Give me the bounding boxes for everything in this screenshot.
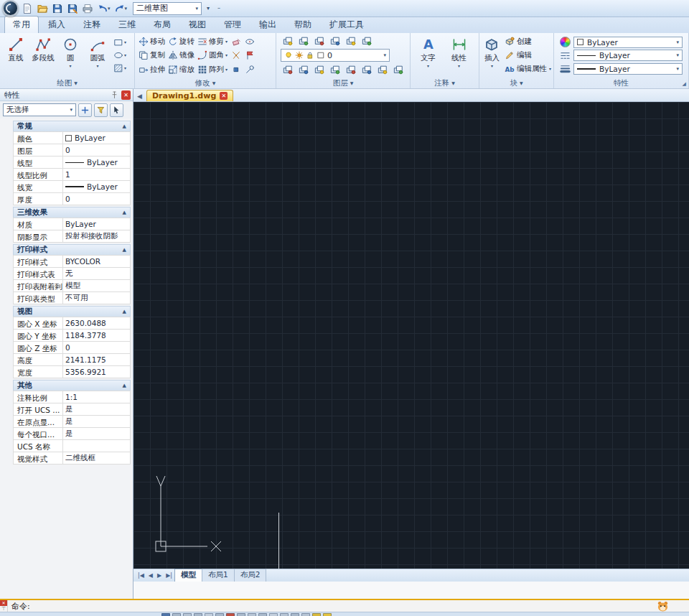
layer-tool-button[interactable] xyxy=(360,63,373,76)
ribbon-tab-3[interactable]: 三维 xyxy=(110,16,144,33)
status-icon[interactable] xyxy=(269,613,278,616)
status-icon[interactable] xyxy=(172,613,181,616)
tool-explode[interactable] xyxy=(229,49,243,62)
app-logo[interactable] xyxy=(2,0,19,17)
ribbon-tab-2[interactable]: 注释 xyxy=(75,16,109,33)
select-objects-button[interactable] xyxy=(110,103,123,117)
property-value[interactable]: 1184.3778 xyxy=(62,330,130,341)
panel-modify-label[interactable]: 修改▼ xyxy=(135,78,276,88)
print-button[interactable] xyxy=(81,1,94,16)
color-combo[interactable]: ByLayer▾ xyxy=(573,37,683,48)
property-value[interactable]: 1 xyxy=(62,169,130,180)
tool-text[interactable]: A文字▾ xyxy=(413,34,444,76)
document-tab[interactable]: Drawing1.dwg ✕ xyxy=(146,90,233,101)
tool-scale[interactable]: 缩放 xyxy=(167,63,196,76)
ribbon-minimize-button[interactable]: – xyxy=(215,5,223,11)
layer-dropdown[interactable]: 0 ▾ xyxy=(281,49,390,62)
status-icon[interactable] xyxy=(161,613,170,616)
undo-button[interactable]: ▾ xyxy=(96,1,111,16)
pin-icon[interactable] xyxy=(110,90,119,100)
quick-select-button[interactable] xyxy=(94,103,108,117)
palette-section-header[interactable]: 视图▲ xyxy=(13,306,131,317)
tool-dim[interactable]: 线性▾ xyxy=(444,34,474,76)
palette-close-button[interactable]: ✕ xyxy=(121,90,131,100)
ribbon-tab-7[interactable]: 输出 xyxy=(250,16,285,33)
property-value[interactable]: 不可用 xyxy=(62,292,130,304)
layout-tab-0[interactable]: 模型 xyxy=(174,569,202,582)
tool-fillet[interactable]: 圆角▾ xyxy=(196,49,229,62)
layer-tool-button[interactable] xyxy=(281,63,294,76)
tool-grip[interactable] xyxy=(229,63,243,76)
property-value[interactable]: ByLayer xyxy=(62,218,130,230)
palette-section-header[interactable]: 三维效果▲ xyxy=(13,207,131,218)
ribbon-tab-9[interactable]: 扩展工具 xyxy=(321,16,372,33)
qat-more-button[interactable]: ▾ xyxy=(204,5,212,11)
dialog-launcher-icon[interactable]: ◢ xyxy=(683,81,686,87)
status-icon[interactable] xyxy=(215,613,224,616)
tool-rect[interactable]: ▾ xyxy=(113,37,126,47)
tool-arc[interactable]: 圆弧▾ xyxy=(84,34,111,76)
property-value[interactable]: 1:1 xyxy=(62,391,130,403)
layer-tool-button[interactable] xyxy=(328,34,342,47)
tool-trim[interactable]: 修剪▾ xyxy=(196,35,229,48)
tool-stretch[interactable]: 拉伸 xyxy=(137,63,167,76)
first-layout-icon[interactable]: |◀ xyxy=(136,572,146,579)
redo-button[interactable]: ▾ xyxy=(113,1,128,16)
tool-mirror[interactable]: 镜像 xyxy=(167,49,196,62)
save-as-button[interactable] xyxy=(66,1,79,16)
tool-array[interactable]: 阵列▾ xyxy=(196,63,229,76)
tool-ellipse[interactable]: ▾ xyxy=(113,50,126,60)
tool-copy[interactable]: 复制 xyxy=(137,49,167,62)
drawing-canvas[interactable] xyxy=(133,102,689,569)
property-value[interactable]: BYCOLOR xyxy=(62,256,130,267)
panel-block-label[interactable]: 块▼ xyxy=(479,78,553,88)
property-value[interactable]: 是 xyxy=(62,403,130,415)
property-value[interactable] xyxy=(62,440,130,452)
command-window[interactable]: ✕ ⊤ 命令: xyxy=(0,599,689,612)
tool-insert-block[interactable]: 插入 ▾ xyxy=(482,34,502,76)
status-icon[interactable] xyxy=(291,613,299,616)
layer-tool-button[interactable] xyxy=(360,34,373,47)
property-value[interactable]: 无 xyxy=(62,268,130,279)
layer-tool-button[interactable] xyxy=(328,63,342,76)
property-value[interactable]: 模型 xyxy=(62,280,130,291)
palette-section-header[interactable]: 常规▲ xyxy=(13,121,131,132)
status-icon[interactable] xyxy=(280,613,289,616)
command-close-button[interactable]: ✕ xyxy=(0,600,7,606)
layer-tool-button[interactable] xyxy=(391,63,405,76)
palette-section-header[interactable]: 打印样式▲ xyxy=(13,244,131,256)
lineweight-combo[interactable]: ByLayer▾ xyxy=(573,63,683,75)
layer-tool-button[interactable] xyxy=(312,63,326,76)
tool-oval[interactable] xyxy=(243,35,256,48)
status-icon[interactable] xyxy=(194,613,202,616)
tool-editblk[interactable]: 编辑 xyxy=(505,50,551,62)
property-value[interactable]: ByLayer xyxy=(62,181,130,192)
tool-createblk[interactable]: 创建 xyxy=(505,36,551,48)
layer-tool-button[interactable] xyxy=(375,63,389,76)
prev-layout-icon[interactable]: ◀ xyxy=(147,572,154,579)
workspace-dropdown[interactable]: 二维草图 ▾ xyxy=(133,2,202,15)
status-icon[interactable] xyxy=(301,613,310,616)
open-button[interactable] xyxy=(36,1,49,16)
property-value[interactable]: 是 xyxy=(62,416,130,427)
toggle-pickadd-button[interactable] xyxy=(78,103,92,117)
tool-erase[interactable] xyxy=(229,35,243,48)
save-button[interactable] xyxy=(51,1,64,16)
property-value[interactable]: 投射和接收阴影 xyxy=(62,230,130,242)
layer-tool-button[interactable] xyxy=(312,34,326,47)
palette-section-header[interactable]: 其他▲ xyxy=(13,380,131,391)
property-value[interactable]: 二维线框 xyxy=(62,452,130,464)
selection-dropdown[interactable]: 无选择 ▾ xyxy=(3,103,76,116)
linetype-control[interactable]: ByLayer▾ xyxy=(557,50,685,61)
tool-line[interactable]: 直线 xyxy=(2,34,29,76)
layer-tool-button[interactable] xyxy=(344,63,357,76)
panel-draw-label[interactable]: 绘图▼ xyxy=(0,78,134,88)
status-icon[interactable] xyxy=(237,613,245,616)
last-layout-icon[interactable]: ▶| xyxy=(164,572,174,579)
doc-tab-nav-icon[interactable]: ◀ xyxy=(136,93,144,101)
status-icon[interactable] xyxy=(323,613,332,616)
status-icon[interactable] xyxy=(226,613,235,616)
tool-hatch[interactable]: ▾ xyxy=(113,63,126,73)
ribbon-tab-0[interactable]: 常用 xyxy=(4,16,39,33)
close-doc-icon[interactable]: ✕ xyxy=(220,92,228,100)
